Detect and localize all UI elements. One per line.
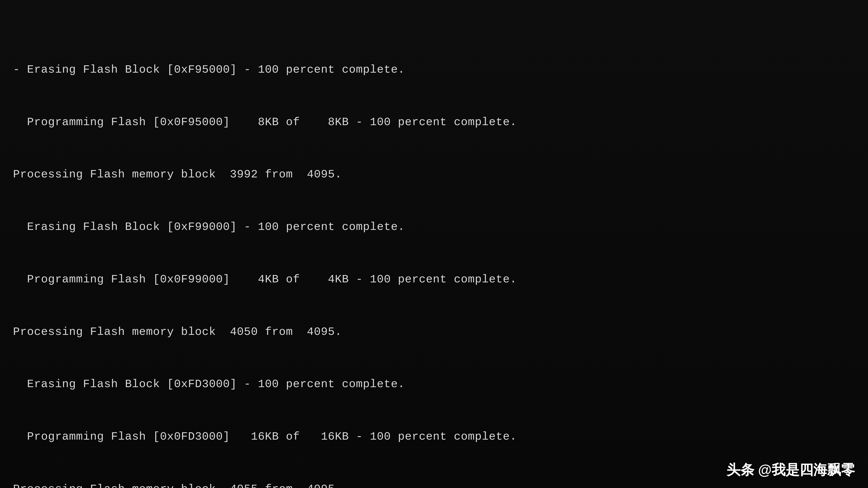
output-line-9: Processing Flash memory block 4055 from …: [13, 481, 855, 488]
output-line-3: Processing Flash memory block 3992 from …: [13, 166, 855, 184]
output-line-6: Processing Flash memory block 4050 from …: [13, 323, 855, 341]
terminal-window: - Erasing Flash Block [0xF95000] - 100 p…: [0, 0, 868, 488]
watermark: 头条 @我是四海飘零: [726, 460, 855, 479]
output-line-2: Programming Flash [0x0F95000] 8KB of 8KB…: [13, 113, 855, 131]
output-line-5: Programming Flash [0x0F99000] 4KB of 4KB…: [13, 271, 855, 289]
output-line-7: Erasing Flash Block [0xFD3000] - 100 per…: [13, 376, 855, 393]
output-line-4: Erasing Flash Block [0xF99000] - 100 per…: [13, 219, 855, 236]
output-line-8: Programming Flash [0x0FD3000] 16KB of 16…: [13, 428, 855, 446]
output-line-1: - Erasing Flash Block [0xF95000] - 100 p…: [13, 61, 855, 79]
terminal-output: - Erasing Flash Block [0xF95000] - 100 p…: [13, 9, 855, 488]
